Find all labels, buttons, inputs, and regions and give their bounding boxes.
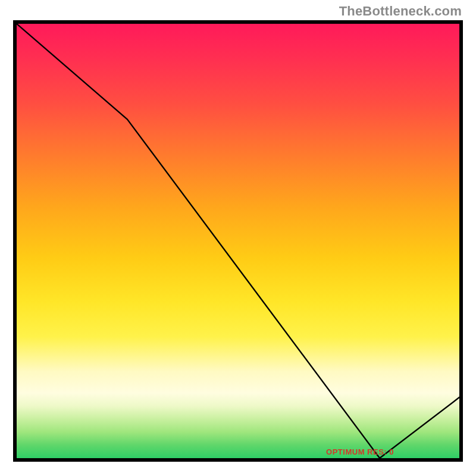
plot-area: OPTIMUM RES: 0	[13, 20, 463, 462]
chart-stage: TheBottleneck.com OPTIMUM RES: 0	[0, 0, 476, 476]
gradient-background	[17, 24, 459, 458]
optimum-label: OPTIMUM RES: 0	[326, 447, 394, 456]
watermark-text: TheBottleneck.com	[339, 4, 462, 19]
